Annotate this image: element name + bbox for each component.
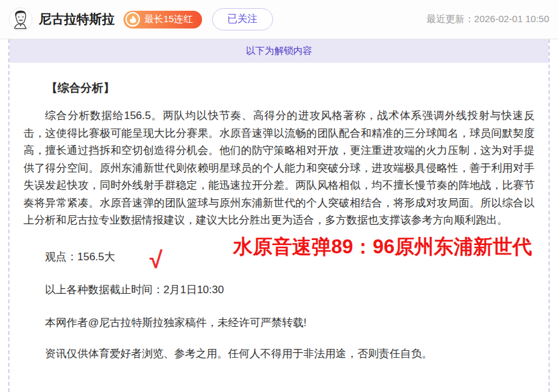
section-title: 【综合分析】 — [23, 80, 535, 96]
followed-button[interactable]: 已关注 — [212, 8, 273, 30]
author-name: 尼古拉特斯拉 — [39, 11, 115, 28]
predicted-score: 水原音速弹89：96原州东浦新世代 — [212, 234, 532, 260]
streak-badge-label: 最长15连红 — [144, 13, 193, 25]
copyright-line: 本网作者@尼古拉特斯拉独家稿件，未经许可严禁转载! — [23, 315, 535, 330]
article-body: 【综合分析】 综合分析数据给156.5。两队均以快节奏、高得分的进攻风格著称，战… — [10, 63, 548, 361]
streak-badge: 最长15连红 — [124, 11, 202, 28]
last-updated-label: 最近更新：2026-02-01 10:50 — [427, 13, 549, 25]
author-avatar[interactable] — [9, 8, 32, 31]
disclaimer-line: 资讯仅供体育爱好者浏览、参考之用。任何人不得用于非法用途，否则责任自负。 — [23, 346, 535, 361]
viewpoint-row: 观点：156.5大 √ 水原音速弹89：96原州东浦新世代 — [23, 250, 535, 264]
viewpoint-label: 观点：156.5大 — [45, 251, 115, 263]
author-header: 尼古拉特斯拉 最长15连红 已关注 最近更新：2026-02-01 10:50 — [0, 0, 558, 39]
flame-icon — [125, 12, 140, 27]
unlocked-content-card: 以下为解锁内容 【综合分析】 综合分析数据给156.5。两队均以快节奏、高得分的… — [8, 39, 550, 392]
unlock-banner: 以下为解锁内容 — [10, 39, 548, 63]
data-cutoff-line: 以上各种数据截止时间：2月1日10:30 — [23, 282, 535, 297]
portrait-sketch-icon — [10, 8, 32, 30]
analysis-paragraph: 综合分析数据给156.5。两队均以快节奏、高得分的进攻风格著称，战术体系强调外线… — [23, 107, 535, 229]
